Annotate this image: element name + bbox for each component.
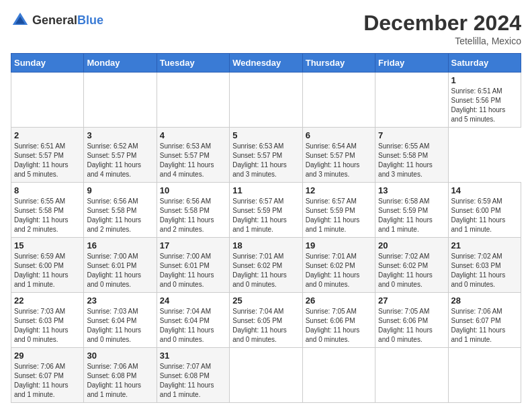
day-detail: Sunrise: 7:04 AMSunset: 6:05 PMDaylight:…	[232, 307, 299, 345]
day-detail: Sunrise: 6:59 AMSunset: 6:00 PMDaylight:…	[451, 197, 518, 234]
day-number: 30	[87, 351, 153, 361]
calendar-week-row: 2Sunrise: 6:51 AMSunset: 5:57 PMDaylight…	[11, 128, 521, 183]
calendar-cell	[302, 348, 375, 403]
day-number: 18	[232, 240, 299, 250]
day-number: 14	[451, 185, 518, 195]
calendar-cell	[448, 348, 521, 403]
location-title: Tetelilla, Mexico	[363, 36, 521, 46]
header-cell-thursday: Thursday	[302, 54, 375, 73]
calendar-cell: 18Sunrise: 7:01 AMSunset: 6:02 PMDayligh…	[230, 238, 302, 293]
day-detail: Sunrise: 7:06 AMSunset: 6:07 PMDaylight:…	[451, 307, 518, 345]
day-detail: Sunrise: 7:04 AMSunset: 6:04 PMDaylight:…	[160, 307, 226, 345]
day-number: 8	[14, 185, 81, 195]
page-header: GeneralBlue December 2024 Tetelilla, Mex…	[11, 11, 521, 46]
day-number: 31	[160, 351, 226, 361]
header-cell-monday: Monday	[84, 54, 157, 73]
calendar-cell: 23Sunrise: 7:03 AMSunset: 6:04 PMDayligh…	[84, 293, 157, 348]
day-detail: Sunrise: 7:00 AMSunset: 6:01 PMDaylight:…	[160, 252, 226, 289]
header-cell-tuesday: Tuesday	[157, 54, 229, 73]
calendar-cell	[157, 73, 229, 128]
calendar-header-row: SundayMondayTuesdayWednesdayThursdayFrid…	[11, 54, 521, 73]
day-number: 9	[87, 185, 153, 195]
calendar-cell	[230, 73, 302, 128]
day-detail: Sunrise: 6:56 AMSunset: 5:58 PMDaylight:…	[87, 197, 153, 234]
day-detail: Sunrise: 6:57 AMSunset: 5:59 PMDaylight:…	[232, 197, 299, 234]
calendar-cell: 11Sunrise: 6:57 AMSunset: 5:59 PMDayligh…	[230, 183, 302, 238]
day-number: 2	[14, 130, 81, 140]
calendar-cell: 12Sunrise: 6:57 AMSunset: 5:59 PMDayligh…	[302, 183, 375, 238]
calendar-cell: 29Sunrise: 7:06 AMSunset: 6:07 PMDayligh…	[11, 348, 84, 403]
day-detail: Sunrise: 7:00 AMSunset: 6:01 PMDaylight:…	[87, 252, 153, 289]
day-number: 17	[160, 240, 226, 250]
title-block: December 2024 Tetelilla, Mexico	[363, 11, 521, 46]
day-number: 20	[378, 240, 445, 250]
day-number: 16	[87, 240, 153, 250]
calendar-cell: 13Sunrise: 6:58 AMSunset: 5:59 PMDayligh…	[375, 183, 448, 238]
calendar-cell	[230, 348, 302, 403]
calendar-cell: 1Sunrise: 6:51 AMSunset: 5:56 PMDaylight…	[448, 73, 521, 128]
calendar-cell: 15Sunrise: 6:59 AMSunset: 6:00 PMDayligh…	[11, 238, 84, 293]
calendar-cell: 26Sunrise: 7:05 AMSunset: 6:06 PMDayligh…	[302, 293, 375, 348]
day-number: 23	[87, 295, 153, 306]
calendar-cell: 22Sunrise: 7:03 AMSunset: 6:03 PMDayligh…	[11, 293, 84, 348]
day-detail: Sunrise: 7:07 AMSunset: 6:08 PMDaylight:…	[160, 362, 226, 400]
day-detail: Sunrise: 7:02 AMSunset: 6:02 PMDaylight:…	[378, 252, 445, 289]
day-number: 3	[87, 130, 153, 140]
header-cell-wednesday: Wednesday	[230, 54, 302, 73]
day-number: 26	[306, 295, 372, 306]
day-number: 24	[160, 295, 226, 306]
calendar-cell: 19Sunrise: 7:01 AMSunset: 6:02 PMDayligh…	[302, 238, 375, 293]
header-cell-sunday: Sunday	[11, 54, 84, 73]
day-number: 28	[451, 295, 518, 306]
day-detail: Sunrise: 6:55 AMSunset: 5:58 PMDaylight:…	[14, 197, 81, 234]
calendar-cell: 2Sunrise: 6:51 AMSunset: 5:57 PMDaylight…	[11, 128, 84, 183]
calendar-cell: 28Sunrise: 7:06 AMSunset: 6:07 PMDayligh…	[448, 293, 521, 348]
calendar-cell: 9Sunrise: 6:56 AMSunset: 5:58 PMDaylight…	[84, 183, 157, 238]
day-number: 7	[378, 130, 445, 140]
calendar-cell: 6Sunrise: 6:54 AMSunset: 5:57 PMDaylight…	[302, 128, 375, 183]
calendar-cell: 7Sunrise: 6:55 AMSunset: 5:58 PMDaylight…	[375, 128, 448, 183]
calendar-week-row: 29Sunrise: 7:06 AMSunset: 6:07 PMDayligh…	[11, 348, 521, 403]
day-detail: Sunrise: 7:01 AMSunset: 6:02 PMDaylight:…	[306, 252, 372, 289]
calendar-cell: 4Sunrise: 6:53 AMSunset: 5:57 PMDaylight…	[157, 128, 229, 183]
day-detail: Sunrise: 6:56 AMSunset: 5:58 PMDaylight:…	[160, 197, 226, 234]
logo-icon	[11, 11, 30, 30]
day-number: 4	[160, 130, 226, 140]
day-number: 27	[378, 295, 445, 306]
day-detail: Sunrise: 7:01 AMSunset: 6:02 PMDaylight:…	[232, 252, 299, 289]
day-detail: Sunrise: 7:05 AMSunset: 6:06 PMDaylight:…	[378, 307, 445, 345]
day-detail: Sunrise: 7:02 AMSunset: 6:03 PMDaylight:…	[451, 252, 518, 289]
day-detail: Sunrise: 7:05 AMSunset: 6:06 PMDaylight:…	[306, 307, 372, 345]
day-detail: Sunrise: 7:06 AMSunset: 6:07 PMDaylight:…	[14, 362, 81, 400]
calendar-cell	[302, 73, 375, 128]
day-detail: Sunrise: 6:51 AMSunset: 5:57 PMDaylight:…	[14, 142, 81, 179]
day-detail: Sunrise: 7:03 AMSunset: 6:03 PMDaylight:…	[14, 307, 81, 345]
day-number: 1	[451, 75, 518, 85]
day-number: 25	[232, 295, 299, 306]
day-detail: Sunrise: 6:53 AMSunset: 5:57 PMDaylight:…	[160, 142, 226, 179]
logo: GeneralBlue	[11, 11, 103, 30]
calendar-cell: 24Sunrise: 7:04 AMSunset: 6:04 PMDayligh…	[157, 293, 229, 348]
calendar-week-row: 8Sunrise: 6:55 AMSunset: 5:58 PMDaylight…	[11, 183, 521, 238]
calendar-cell: 3Sunrise: 6:52 AMSunset: 5:57 PMDaylight…	[84, 128, 157, 183]
calendar-table: SundayMondayTuesdayWednesdayThursdayFrid…	[11, 53, 521, 403]
calendar-cell: 21Sunrise: 7:02 AMSunset: 6:03 PMDayligh…	[448, 238, 521, 293]
calendar-cell: 27Sunrise: 7:05 AMSunset: 6:06 PMDayligh…	[375, 293, 448, 348]
calendar-cell: 20Sunrise: 7:02 AMSunset: 6:02 PMDayligh…	[375, 238, 448, 293]
day-number: 19	[306, 240, 372, 250]
day-detail: Sunrise: 6:52 AMSunset: 5:57 PMDaylight:…	[87, 142, 153, 179]
day-number: 21	[451, 240, 518, 250]
day-detail: Sunrise: 7:03 AMSunset: 6:04 PMDaylight:…	[87, 307, 153, 345]
logo-text-general: General	[32, 13, 77, 27]
day-number: 12	[306, 185, 372, 195]
calendar-week-row: 15Sunrise: 6:59 AMSunset: 6:00 PMDayligh…	[11, 238, 521, 293]
calendar-week-row: 22Sunrise: 7:03 AMSunset: 6:03 PMDayligh…	[11, 293, 521, 348]
calendar-cell	[11, 73, 84, 128]
day-detail: Sunrise: 7:06 AMSunset: 6:08 PMDaylight:…	[87, 362, 153, 400]
day-number: 15	[14, 240, 81, 250]
day-detail: Sunrise: 6:58 AMSunset: 5:59 PMDaylight:…	[378, 197, 445, 234]
calendar-cell: 8Sunrise: 6:55 AMSunset: 5:58 PMDaylight…	[11, 183, 84, 238]
day-detail: Sunrise: 6:54 AMSunset: 5:57 PMDaylight:…	[306, 142, 372, 179]
calendar-cell: 16Sunrise: 7:00 AMSunset: 6:01 PMDayligh…	[84, 238, 157, 293]
day-number: 10	[160, 185, 226, 195]
